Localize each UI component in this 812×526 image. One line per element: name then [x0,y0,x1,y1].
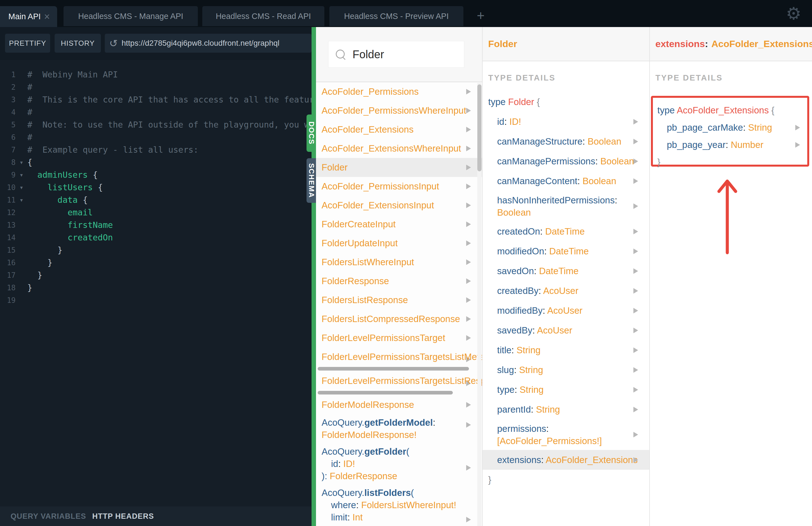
type-field[interactable]: pb_page_year: Number [657,136,807,154]
list-item[interactable]: FoldersListWhereInput [316,253,482,272]
code-text: # [27,132,32,142]
code-line: 8▾{ [0,156,311,169]
refresh-icon[interactable]: ↺ [109,38,118,49]
code-line: 2# [0,81,311,93]
type-field[interactable]: slug: String [483,360,649,380]
code-line: 5# Note: to use the API outside of the p… [0,118,311,131]
list-item[interactable]: FolderResponse [316,272,482,291]
close-icon[interactable]: × [44,12,50,22]
expand-arrow-icon [795,142,800,148]
expand-arrow-icon [466,297,471,303]
prettify-button[interactable]: PRETTIFY [5,34,50,53]
fold-caret-icon[interactable]: ▾ [16,196,27,204]
type-field[interactable]: modifiedBy: AcoUser [483,301,649,320]
list-item[interactable]: AcoFolder_Permissions [316,82,482,101]
type-name: FolderLevelPermissionsTargetsListMeta [322,347,482,366]
horizontal-scrollbar[interactable] [318,367,469,370]
tab-headless-cms-preview-api[interactable]: Headless CMS - Preview API [329,6,463,26]
list-item[interactable]: FoldersListCompressedResponse [316,309,482,328]
code-line: 4# [0,106,311,118]
type-field[interactable]: savedOn: DateTime [483,261,649,281]
docs-side-tab[interactable]: DOCS [306,115,316,152]
list-item[interactable]: AcoFolder_Extensions [316,120,482,139]
type-name: FoldersListWhereInput [322,257,414,267]
line-number: 2 [0,83,16,91]
fold-caret-icon[interactable]: ▾ [16,171,27,179]
type-field[interactable]: modifiedOn: DateTime [483,241,649,261]
list-item[interactable]: FolderLevelPermissionsTarget [316,328,482,347]
horizontal-scrollbar[interactable] [318,391,453,394]
fold-caret-icon[interactable]: ▾ [16,159,27,166]
fold-caret-icon[interactable]: ▾ [16,184,27,191]
type-field[interactable]: title: String [483,340,649,360]
query-list-item[interactable]: AcoQuery.getFolderModel: FolderModelResp… [316,414,482,443]
query-variables-tab[interactable]: QUERY VARIABLES [11,512,86,521]
list-item[interactable]: FolderUpdateInput [316,234,482,253]
http-headers-tab[interactable]: HTTP HEADERS [92,512,154,521]
query-list-item[interactable]: AcoQuery.getFolder( id: ID! ): FolderRes… [316,443,482,484]
list-item[interactable]: FoldersListResponse [316,291,482,309]
panel-divider[interactable] [311,27,316,526]
list-item[interactable]: AcoFolder_PermissionsWhereInput [316,101,482,120]
type-field[interactable]: createdOn: DateTime [483,221,649,241]
line-number: 7 [0,146,16,154]
list-item[interactable]: FolderLevelPermissionsTargetsListRespons… [316,371,482,395]
list-item[interactable]: AcoFolder_PermissionsInput [316,177,482,196]
type-field[interactable]: canManageContent: Boolean [483,171,649,191]
expand-arrow-icon [633,268,638,274]
tab-main-api[interactable]: Main API × [0,6,57,27]
type-field[interactable]: hasNonInheritedPermissions:Boolean [483,191,649,221]
line-number: 8 [0,158,16,166]
type-name: FolderModelResponse [322,399,414,410]
search-input[interactable] [352,48,455,61]
new-tab-button[interactable]: + [472,6,489,25]
query-list-item[interactable]: AcoQuery.listFolders( where: FoldersList… [316,484,482,526]
list-item-selected[interactable]: Folder [316,158,482,177]
line-number: 18 [0,283,16,292]
settings-button[interactable]: ⚙ [784,0,803,27]
expand-arrow-icon [633,308,638,313]
type-name: FolderUpdateInput [322,238,397,249]
docs-search-box[interactable] [328,41,464,68]
expand-arrow-icon [633,387,638,393]
type-declaration: type Folder { [483,92,649,112]
list-item[interactable]: AcoFolder_ExtensionsInput [316,196,482,215]
panel-header: Folder [483,27,649,61]
line-number: 3 [0,96,16,104]
schema-side-tab[interactable]: SCHEMA [306,158,316,203]
type-field-selected[interactable]: extensions: AcoFolder_Extensions [483,450,649,470]
tab-label: Headless CMS - Preview API [344,12,449,21]
type-field[interactable]: parentId: String [483,399,649,419]
expand-arrow-icon [633,203,638,209]
type-field[interactable]: type: String [483,380,649,399]
type-field[interactable]: canManageStructure: Boolean [483,132,649,151]
closing-brace: } [657,154,807,171]
type-field[interactable]: permissions:[AcoFolder_Permissions!] [483,419,649,450]
list-item[interactable]: FolderLevelPermissionsTargetsListMeta [316,347,482,371]
list-item[interactable]: FolderCreateInput [316,215,482,234]
panel-header: extensions:AcoFolder_Extensions [650,27,812,61]
list-item[interactable]: FolderModelResponse [316,395,482,414]
graphql-query-editor[interactable]: 1# Webiny Main API 2# 3# This is the cor… [0,60,311,507]
type-field[interactable]: savedBy: AcoUser [483,320,649,340]
type-field[interactable]: id: ID! [483,112,649,132]
code-text: # [27,82,32,92]
query-argument: id: ID! [322,458,482,470]
vertical-scrollbar[interactable] [477,84,481,171]
query-signature: AcoQuery.getFolderModel: [322,417,482,429]
tab-headless-cms-read-api[interactable]: Headless CMS - Read API [202,6,324,26]
endpoint-url[interactable]: https://d2785gi4qi6pw8.cloudfront.net/gr… [121,39,279,48]
type-declaration: type AcoFolder_Extensions { [657,102,807,119]
line-number: 1 [0,71,16,79]
type-name: FoldersListCompressedResponse [322,314,460,324]
tab-headless-cms-manage-api[interactable]: Headless CMS - Manage API [63,6,198,26]
type-field[interactable]: createdBy: AcoUser [483,281,649,301]
extensions-type-details-panel: extensions:AcoFolder_Extensions TYPE DET… [649,27,812,526]
type-field[interactable]: canManagePermissions: Boolean [483,151,649,171]
type-field[interactable]: pb_page_carMake: String [657,119,807,136]
editor-toolbar: PRETTIFY HISTORY ↺ https://d2785gi4qi6pw… [0,27,311,60]
list-item[interactable]: AcoFolder_ExtensionsWhereInput [316,139,482,158]
history-button[interactable]: HISTORY [55,34,101,53]
endpoint-url-bar[interactable]: ↺ https://d2785gi4qi6pw8.cloudfront.net/… [105,34,311,53]
type-name: AcoFolder_Permissions [322,86,419,97]
